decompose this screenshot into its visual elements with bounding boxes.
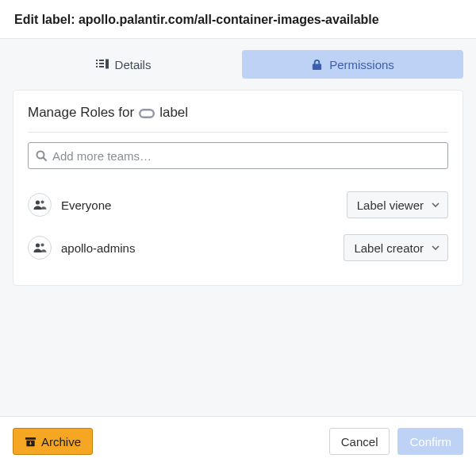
caret-down-icon	[432, 201, 440, 209]
svg-point-13	[40, 243, 44, 246]
svg-point-12	[36, 243, 40, 247]
svg-point-10	[36, 200, 40, 204]
panel-title: Manage Roles for label	[28, 105, 448, 121]
group-avatar	[28, 236, 52, 260]
lock-icon	[311, 59, 323, 71]
svg-line-9	[44, 158, 47, 161]
svg-rect-7	[140, 110, 154, 117]
group-avatar	[28, 193, 52, 217]
svg-point-11	[40, 200, 44, 203]
dialog-footer: Archive Cancel Confirm	[0, 416, 476, 466]
confirm-label: Confirm	[409, 435, 451, 449]
dialog-header: Edit label: apollo.palantir.com/all-cont…	[0, 0, 476, 39]
svg-rect-4	[96, 66, 98, 67]
search-icon	[35, 149, 48, 162]
role-select-value: Label viewer	[357, 198, 424, 212]
panel-title-prefix: Manage Roles for	[28, 105, 134, 121]
panel-title-suffix: label	[159, 105, 188, 121]
role-name: Everyone	[61, 198, 111, 212]
role-row: Everyone Label viewer	[28, 183, 448, 226]
svg-rect-2	[96, 63, 98, 64]
tab-bar: Details Permissions	[13, 50, 463, 79]
role-row-left: Everyone	[28, 193, 111, 217]
role-select[interactable]: Label creator	[344, 234, 448, 261]
label-chip-icon	[139, 108, 155, 117]
tab-details-label: Details	[115, 58, 152, 71]
panel-divider	[28, 132, 448, 133]
add-teams-search[interactable]	[28, 142, 448, 169]
archive-icon	[25, 436, 36, 448]
details-icon	[96, 58, 109, 71]
svg-rect-3	[99, 63, 104, 64]
svg-rect-0	[96, 60, 98, 61]
roles-panel: Manage Roles for label	[13, 90, 463, 286]
svg-rect-6	[106, 60, 109, 69]
role-select[interactable]: Label viewer	[347, 191, 448, 218]
tab-permissions-label: Permissions	[329, 58, 394, 71]
cancel-button[interactable]: Cancel	[329, 428, 390, 455]
footer-right: Cancel Confirm	[329, 428, 463, 455]
dialog-body: Details Permissions Manage Roles for lab…	[0, 39, 476, 416]
archive-label: Archive	[41, 435, 81, 449]
add-teams-input[interactable]	[52, 149, 441, 163]
svg-rect-1	[99, 60, 104, 61]
role-select-value: Label creator	[354, 241, 424, 255]
archive-button[interactable]: Archive	[13, 428, 93, 455]
caret-down-icon	[432, 244, 440, 252]
svg-rect-14	[25, 437, 36, 439]
role-row: apollo-admins Label creator	[28, 226, 448, 269]
tab-details[interactable]: Details	[13, 50, 234, 79]
svg-rect-5	[99, 66, 104, 67]
tab-permissions[interactable]: Permissions	[242, 50, 463, 79]
dialog-title: Edit label: apollo.palantir.com/all-cont…	[14, 13, 462, 27]
cancel-label: Cancel	[341, 435, 378, 449]
confirm-button[interactable]: Confirm	[397, 428, 463, 455]
role-name: apollo-admins	[61, 241, 135, 255]
role-row-left: apollo-admins	[28, 236, 135, 260]
